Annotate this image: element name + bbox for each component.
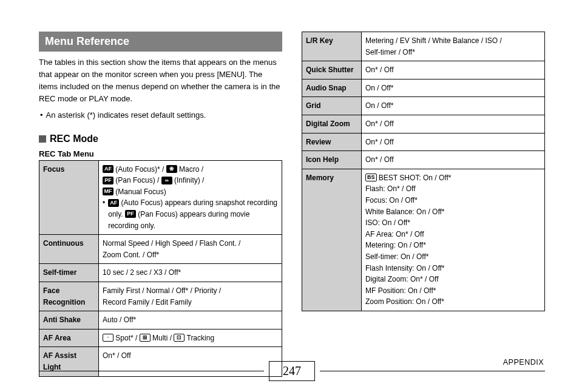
row-value: On* / Off xyxy=(362,61,545,79)
rec-tab-table: FocusAF (Auto Focus)* / ❀ Macro /PF (Pan… xyxy=(39,160,282,377)
row-key: Face Recognition xyxy=(39,282,99,311)
row-key: Focus xyxy=(39,160,99,235)
row-value: Family First / Normal / Off* / Priority … xyxy=(99,282,282,311)
rec-mode-heading: REC Mode xyxy=(39,133,282,144)
table-row: Self-timer10 sec / 2 sec / X3 / Off* xyxy=(39,264,282,282)
page-footer: 247 xyxy=(0,361,579,381)
∞-icon: ∞ xyxy=(161,177,172,184)
intro-bullet: • An asterisk (*) indicates reset defaul… xyxy=(39,109,282,121)
left-column: Menu Reference The tables in this sectio… xyxy=(39,32,282,377)
row-value: AF (Auto Focus)* / ❀ Macro /PF (Pan Focu… xyxy=(99,160,282,235)
row-value: On* / Off xyxy=(362,133,545,151)
right-column: L/R KeyMetering / EV Shift / White Balan… xyxy=(302,32,545,377)
square-icon xyxy=(39,135,46,143)
bs-icon: BS xyxy=(365,174,377,181)
rec-mode-heading-text: REC Mode xyxy=(50,133,98,144)
af-icon: AF xyxy=(108,199,119,207)
row-value: · Spot* / ⊞ Multi / ⊡ Tracking xyxy=(99,329,282,347)
table-row: AF Area· Spot* / ⊞ Multi / ⊡ Tracking xyxy=(39,329,282,347)
row-value: Metering / EV Shift / White Balance / IS… xyxy=(362,32,545,61)
table-row: Audio SnapOn / Off* xyxy=(302,79,545,97)
footer-rule xyxy=(39,371,264,371)
row-key: Memory xyxy=(302,169,362,311)
table-row: Quick ShutterOn* / Off xyxy=(302,61,545,79)
row-value: 10 sec / 2 sec / X3 / Off* xyxy=(99,264,282,282)
bullet-icon: • xyxy=(103,197,105,231)
table-row: ReviewOn* / Off xyxy=(302,133,545,151)
row-value: On* / Off xyxy=(362,151,545,169)
table-row: Face RecognitionFamily First / Normal / … xyxy=(39,282,282,311)
❀-icon: ❀ xyxy=(166,165,177,173)
mf-icon: MF xyxy=(103,188,113,195)
intro-bullet-text: An asterisk (*) indicates reset default … xyxy=(46,109,206,121)
row-key: Review xyxy=(302,133,362,151)
row-key: Grid xyxy=(302,97,362,115)
⊡-icon: ⊡ xyxy=(174,334,185,342)
⊞-icon: ⊞ xyxy=(140,334,151,342)
bullet-icon: • xyxy=(40,109,43,121)
table-row: Digital ZoomOn* / Off xyxy=(302,115,545,133)
section-title: Menu Reference xyxy=(39,32,282,52)
row-value: BS BEST SHOT: On / Off*Flash: On* / OffF… xyxy=(362,169,545,311)
row-value: On* / Off xyxy=(362,115,545,133)
pf-icon: PF xyxy=(103,177,113,184)
table-row: GridOn / Off* xyxy=(302,97,545,115)
table-row: ContinuousNormal Speed / High Speed / Fl… xyxy=(39,235,282,264)
table-row: MemoryBS BEST SHOT: On / Off*Flash: On* … xyxy=(302,169,545,311)
af-icon: AF xyxy=(103,165,113,173)
·-icon: · xyxy=(103,334,113,342)
intro-text: The tables in this section show the item… xyxy=(39,56,282,106)
table-row: Icon HelpOn* / Off xyxy=(302,151,545,169)
row-key: Icon Help xyxy=(302,151,362,169)
page-number: 247 xyxy=(269,361,315,381)
row-key: L/R Key xyxy=(302,32,362,61)
rec-tab-table-cont: L/R KeyMetering / EV Shift / White Balan… xyxy=(302,32,545,311)
row-key: Continuous xyxy=(39,235,99,264)
pf-icon: PF xyxy=(125,210,136,218)
row-key: Quick Shutter xyxy=(302,61,362,79)
row-key: Anti Shake xyxy=(39,311,99,329)
row-value: On / Off* xyxy=(362,79,545,97)
table-row: Anti ShakeAuto / Off* xyxy=(39,311,282,329)
rec-tab-heading: REC Tab Menu xyxy=(39,149,282,158)
row-value: On / Off* xyxy=(362,97,545,115)
row-key: Self-timer xyxy=(39,264,99,282)
row-key: Audio Snap xyxy=(302,79,362,97)
row-key: AF Area xyxy=(39,329,99,347)
row-key: Digital Zoom xyxy=(302,115,362,133)
footer-rule xyxy=(320,371,545,371)
row-value: Auto / Off* xyxy=(99,311,282,329)
row-value: Normal Speed / High Speed / Flash Cont. … xyxy=(99,235,282,264)
table-row: FocusAF (Auto Focus)* / ❀ Macro /PF (Pan… xyxy=(39,160,282,235)
table-row: L/R KeyMetering / EV Shift / White Balan… xyxy=(302,32,545,61)
